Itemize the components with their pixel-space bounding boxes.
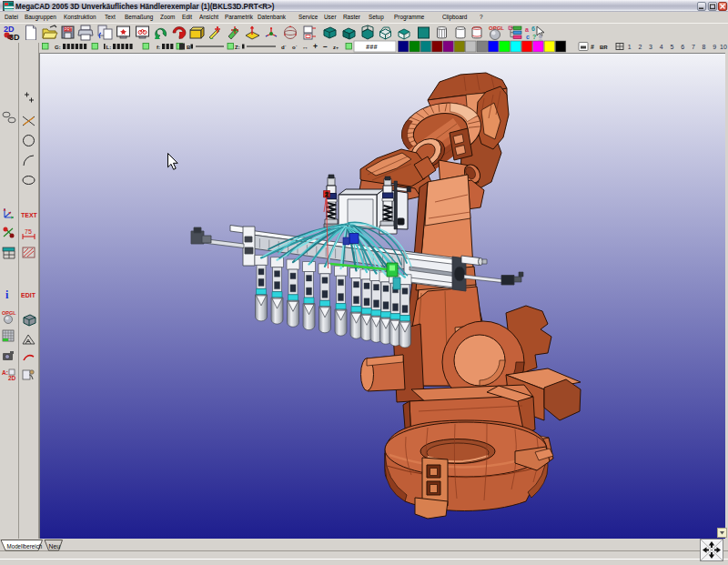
svg-text:8: 8 — [703, 44, 706, 50]
svg-text:OPGL: OPGL — [2, 310, 16, 316]
svg-text:oˈ: oˈ — [292, 45, 298, 50]
svg-text:dˈ: dˈ — [281, 45, 287, 50]
svg-text:A:: A: — [2, 369, 8, 376]
svg-text:i: i — [5, 288, 9, 301]
svg-text:6: 6 — [681, 44, 684, 50]
svg-text:Modellbereich: Modellbereich — [7, 542, 43, 550]
svg-text:?: ? — [532, 34, 536, 40]
svg-text:3: 3 — [649, 44, 652, 50]
svg-text:2D: 2D — [8, 375, 16, 381]
svg-text:↔: ↔ — [302, 44, 308, 50]
svg-text:9: 9 — [713, 44, 716, 50]
svg-text:PRT: PRT — [65, 27, 73, 32]
svg-text:Gː: Gː — [55, 45, 61, 50]
svg-text:+: + — [313, 42, 318, 51]
svg-text:c: c — [526, 34, 530, 40]
svg-text:Neu: Neu — [49, 541, 60, 550]
svg-text:z₊: z₊ — [333, 45, 339, 50]
svg-text:5: 5 — [671, 44, 674, 50]
svg-text:6: 6 — [531, 25, 535, 32]
svg-text:a: a — [525, 26, 529, 33]
svg-text:75: 75 — [25, 228, 32, 235]
svg-text:4: 4 — [660, 44, 663, 50]
svg-text:Lː: Lː — [106, 45, 112, 50]
svg-text:###: ### — [366, 44, 378, 51]
svg-text:#: # — [591, 44, 594, 50]
svg-text:BR: BR — [600, 45, 608, 50]
svg-text:10: 10 — [720, 44, 727, 50]
svg-text:Zː: Zː — [235, 45, 240, 50]
svg-text:B: B — [187, 45, 191, 50]
svg-text:EDIT: EDIT — [21, 292, 36, 298]
svg-text:7: 7 — [692, 44, 695, 50]
svg-text:TEXT: TEXT — [21, 212, 38, 218]
svg-text:2: 2 — [638, 44, 642, 50]
svg-text:1: 1 — [628, 44, 632, 50]
svg-text:fː: fː — [157, 45, 160, 50]
svg-text:2: 2 — [325, 191, 329, 197]
svg-text:−: − — [323, 42, 328, 51]
